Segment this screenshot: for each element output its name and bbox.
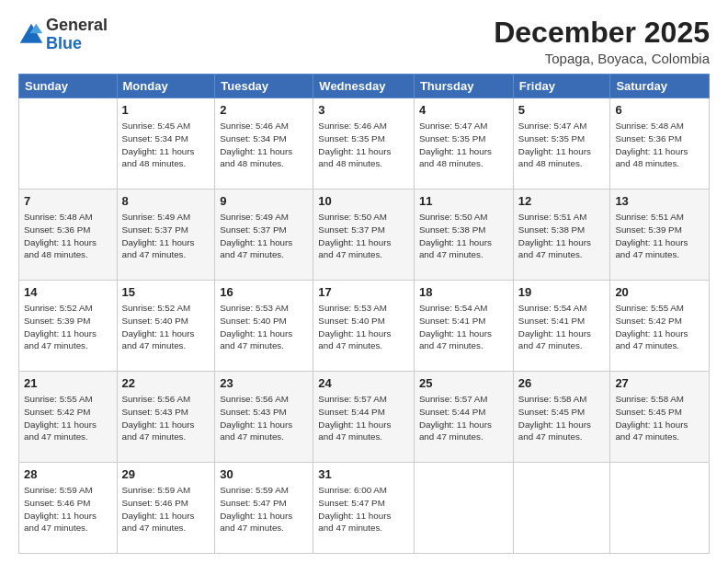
calendar-table: Sunday Monday Tuesday Wednesday Thursday… [18, 74, 710, 554]
day-number: 30 [220, 466, 308, 483]
day-info: Sunrise: 5:58 AMSunset: 5:45 PMDaylight:… [615, 393, 704, 443]
day-number: 1 [122, 102, 210, 119]
table-row: 11Sunrise: 5:50 AMSunset: 5:38 PMDayligh… [414, 190, 513, 281]
day-info: Sunrise: 5:49 AMSunset: 5:37 PMDaylight:… [122, 211, 210, 261]
day-number: 3 [318, 102, 409, 119]
day-number: 23 [220, 375, 308, 392]
day-number: 12 [518, 193, 606, 210]
header-friday: Friday [513, 75, 610, 98]
calendar-week-row: 28Sunrise: 5:59 AMSunset: 5:46 PMDayligh… [19, 463, 710, 554]
day-number: 17 [318, 284, 409, 301]
day-number: 26 [518, 375, 606, 392]
calendar-header-row: Sunday Monday Tuesday Wednesday Thursday… [19, 75, 710, 98]
day-info: Sunrise: 5:46 AMSunset: 5:34 PMDaylight:… [220, 120, 308, 170]
day-number: 10 [318, 193, 409, 210]
day-number: 9 [220, 193, 308, 210]
day-number: 11 [419, 193, 508, 210]
calendar-week-row: 1Sunrise: 5:45 AMSunset: 5:34 PMDaylight… [19, 98, 710, 190]
day-number: 25 [419, 375, 508, 392]
calendar-week-row: 14Sunrise: 5:52 AMSunset: 5:39 PMDayligh… [19, 281, 710, 372]
day-info: Sunrise: 5:48 AMSunset: 5:36 PMDaylight:… [24, 211, 112, 261]
table-row: 2Sunrise: 5:46 AMSunset: 5:34 PMDaylight… [215, 98, 313, 190]
table-row: 30Sunrise: 5:59 AMSunset: 5:47 PMDayligh… [215, 463, 313, 554]
day-number: 27 [615, 375, 704, 392]
logo: General Blue [18, 17, 108, 53]
table-row: 15Sunrise: 5:52 AMSunset: 5:40 PMDayligh… [117, 281, 215, 372]
header-sunday: Sunday [19, 75, 118, 98]
table-row [610, 463, 710, 554]
table-row: 4Sunrise: 5:47 AMSunset: 5:35 PMDaylight… [414, 98, 513, 190]
table-row: 17Sunrise: 5:53 AMSunset: 5:40 PMDayligh… [313, 281, 415, 372]
day-info: Sunrise: 5:59 AMSunset: 5:47 PMDaylight:… [220, 484, 308, 534]
table-row: 23Sunrise: 5:56 AMSunset: 5:43 PMDayligh… [215, 372, 313, 463]
table-row [414, 463, 513, 554]
day-info: Sunrise: 5:55 AMSunset: 5:42 PMDaylight:… [615, 302, 704, 352]
header-thursday: Thursday [414, 75, 513, 98]
day-number: 29 [122, 466, 210, 483]
header-tuesday: Tuesday [215, 75, 313, 98]
day-info: Sunrise: 5:59 AMSunset: 5:46 PMDaylight:… [122, 484, 210, 534]
day-number: 24 [318, 375, 409, 392]
table-row [513, 463, 610, 554]
page: General Blue December 2025 Topaga, Boyac… [0, 0, 728, 563]
day-number: 22 [122, 375, 210, 392]
day-number: 6 [615, 102, 704, 119]
table-row: 18Sunrise: 5:54 AMSunset: 5:41 PMDayligh… [414, 281, 513, 372]
day-info: Sunrise: 5:47 AMSunset: 5:35 PMDaylight:… [419, 120, 508, 170]
day-number: 19 [518, 284, 606, 301]
logo-blue: Blue [46, 34, 82, 52]
header-wednesday: Wednesday [313, 75, 415, 98]
day-info: Sunrise: 5:51 AMSunset: 5:39 PMDaylight:… [615, 211, 704, 261]
main-title: December 2025 [494, 17, 710, 49]
table-row: 27Sunrise: 5:58 AMSunset: 5:45 PMDayligh… [610, 372, 710, 463]
day-number: 28 [24, 466, 112, 483]
table-row: 10Sunrise: 5:50 AMSunset: 5:37 PMDayligh… [313, 190, 415, 281]
table-row: 9Sunrise: 5:49 AMSunset: 5:37 PMDaylight… [215, 190, 313, 281]
table-row: 20Sunrise: 5:55 AMSunset: 5:42 PMDayligh… [610, 281, 710, 372]
day-number: 14 [24, 284, 112, 301]
day-info: Sunrise: 5:55 AMSunset: 5:42 PMDaylight:… [24, 393, 112, 443]
calendar-week-row: 7Sunrise: 5:48 AMSunset: 5:36 PMDaylight… [19, 190, 710, 281]
day-info: Sunrise: 5:56 AMSunset: 5:43 PMDaylight:… [122, 393, 210, 443]
table-row: 28Sunrise: 5:59 AMSunset: 5:46 PMDayligh… [19, 463, 118, 554]
table-row: 14Sunrise: 5:52 AMSunset: 5:39 PMDayligh… [19, 281, 118, 372]
table-row [19, 98, 118, 190]
table-row: 21Sunrise: 5:55 AMSunset: 5:42 PMDayligh… [19, 372, 118, 463]
day-info: Sunrise: 5:49 AMSunset: 5:37 PMDaylight:… [220, 211, 308, 261]
table-row: 7Sunrise: 5:48 AMSunset: 5:36 PMDaylight… [19, 190, 118, 281]
day-number: 31 [318, 466, 409, 483]
day-info: Sunrise: 5:47 AMSunset: 5:35 PMDaylight:… [518, 120, 606, 170]
table-row: 25Sunrise: 5:57 AMSunset: 5:44 PMDayligh… [414, 372, 513, 463]
table-row: 19Sunrise: 5:54 AMSunset: 5:41 PMDayligh… [513, 281, 610, 372]
day-number: 2 [220, 102, 308, 119]
day-info: Sunrise: 6:00 AMSunset: 5:47 PMDaylight:… [318, 484, 409, 534]
day-number: 4 [419, 102, 508, 119]
day-number: 18 [419, 284, 508, 301]
day-number: 5 [518, 102, 606, 119]
table-row: 6Sunrise: 5:48 AMSunset: 5:36 PMDaylight… [610, 98, 710, 190]
day-number: 21 [24, 375, 112, 392]
day-info: Sunrise: 5:51 AMSunset: 5:38 PMDaylight:… [518, 211, 606, 261]
day-number: 20 [615, 284, 704, 301]
table-row: 24Sunrise: 5:57 AMSunset: 5:44 PMDayligh… [313, 372, 415, 463]
day-number: 8 [122, 193, 210, 210]
table-row: 31Sunrise: 6:00 AMSunset: 5:47 PMDayligh… [313, 463, 415, 554]
day-info: Sunrise: 5:56 AMSunset: 5:43 PMDaylight:… [220, 393, 308, 443]
day-info: Sunrise: 5:48 AMSunset: 5:36 PMDaylight:… [615, 120, 704, 170]
subtitle: Topaga, Boyaca, Colombia [494, 51, 710, 66]
day-info: Sunrise: 5:57 AMSunset: 5:44 PMDaylight:… [419, 393, 508, 443]
day-number: 7 [24, 193, 112, 210]
logo-text: General Blue [46, 17, 108, 53]
day-info: Sunrise: 5:57 AMSunset: 5:44 PMDaylight:… [318, 393, 409, 443]
table-row: 26Sunrise: 5:58 AMSunset: 5:45 PMDayligh… [513, 372, 610, 463]
day-number: 15 [122, 284, 210, 301]
table-row: 29Sunrise: 5:59 AMSunset: 5:46 PMDayligh… [117, 463, 215, 554]
day-info: Sunrise: 5:52 AMSunset: 5:40 PMDaylight:… [122, 302, 210, 352]
header: General Blue December 2025 Topaga, Boyac… [18, 17, 710, 66]
day-info: Sunrise: 5:52 AMSunset: 5:39 PMDaylight:… [24, 302, 112, 352]
day-number: 13 [615, 193, 704, 210]
table-row: 22Sunrise: 5:56 AMSunset: 5:43 PMDayligh… [117, 372, 215, 463]
day-info: Sunrise: 5:45 AMSunset: 5:34 PMDaylight:… [122, 120, 210, 170]
day-info: Sunrise: 5:53 AMSunset: 5:40 PMDaylight:… [318, 302, 409, 352]
table-row: 3Sunrise: 5:46 AMSunset: 5:35 PMDaylight… [313, 98, 415, 190]
